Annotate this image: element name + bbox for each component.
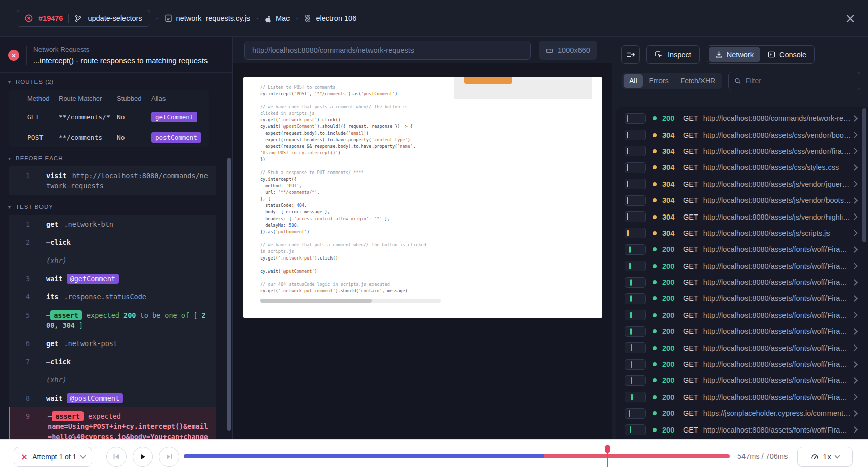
network-request-row[interactable]: 304GEThttp://localhost:8080/assets/js/sc…	[616, 225, 868, 241]
network-request-row[interactable]: 200GEThttps://jsonplaceholder.cypress.io…	[616, 405, 868, 421]
command-row[interactable]: 6get.network-post	[9, 334, 216, 353]
code-line: }, {	[260, 196, 270, 201]
network-request-row[interactable]: 200GEThttp://localhost:8080/assets/fonts…	[616, 389, 868, 405]
filter-tab-errors[interactable]: Errors	[644, 74, 674, 88]
main-area: × Network Requests ...intercept() - rout…	[0, 37, 868, 439]
routes-section-header[interactable]: ▾ ROUTES (2)	[0, 73, 232, 89]
url-address-bar[interactable]: http://localhost:8080/commands/network-r…	[244, 41, 531, 60]
request-status-code: 200	[662, 344, 679, 352]
chevron-down-icon: ▾	[8, 204, 11, 210]
code-line: url: '**/comments/*',	[260, 190, 320, 195]
suite-title: Network Requests	[33, 46, 208, 53]
request-list-scrollbar[interactable]	[862, 108, 866, 242]
timing-tick	[627, 132, 628, 138]
network-request-row[interactable]: 304GEThttp://localhost:8080/assets/css/v…	[616, 126, 868, 143]
close-icon[interactable]: ×	[845, 12, 856, 25]
network-request-row[interactable]: 200GEThttp://localhost:8080/commands/net…	[616, 110, 868, 126]
network-request-row[interactable]: 200GEThttp://localhost:8080/assets/fonts…	[616, 274, 868, 290]
network-request-row[interactable]: 200GEThttp://localhost:8080/assets/fonts…	[616, 356, 868, 372]
replay-timeline[interactable]	[184, 454, 730, 458]
spec-file-item[interactable]: network_requests.cy.js	[164, 14, 250, 22]
code-line: // our 404 statusCode logic in scripts.j…	[260, 282, 390, 287]
timing-tick	[630, 426, 631, 433]
collapse-panel-button[interactable]	[621, 45, 640, 64]
devtools-tab-group: Network Console	[707, 45, 815, 64]
before-each-section-header[interactable]: ▾ BEFORE EACH	[0, 149, 232, 165]
preview-horizontal-scrollbar[interactable]	[260, 299, 441, 303]
col-route-matcher: Route Matcher	[59, 95, 117, 102]
command-row[interactable]: 4its.response.statusCode	[9, 288, 216, 306]
request-timing-indicator	[625, 261, 646, 271]
command-content: –click	[46, 237, 210, 247]
command-row[interactable]: 8wait@postComment	[9, 389, 216, 407]
scrollbar-thumb[interactable]	[260, 299, 372, 303]
filter-tab-all[interactable]: All	[624, 74, 643, 88]
request-url: http://localhost:8080/assets/css/vendor/…	[703, 147, 852, 155]
network-request-row[interactable]: 200GEThttp://localhost:8080/assets/fonts…	[616, 372, 868, 389]
network-request-row[interactable]: 200GEThttp://localhost:8080/assets/fonts…	[616, 323, 868, 339]
network-request-row[interactable]: 304GEThttp://localhost:8080/assets/js/ve…	[616, 192, 868, 208]
assert-text-segment: name=Using+POST+in+cy.intercept()&email=…	[48, 422, 208, 439]
command-row[interactable]: 2–click	[9, 233, 216, 251]
status-dot-icon	[653, 198, 657, 202]
skip-back-button[interactable]	[106, 447, 127, 467]
attempt-selector[interactable]: × Attempt 1 of 1	[14, 447, 92, 467]
chevron-right-icon	[851, 148, 858, 155]
timing-tick	[630, 279, 632, 286]
alias-reference-badge: @getComment	[67, 274, 119, 284]
tab-network[interactable]: Network	[709, 47, 760, 62]
network-request-row[interactable]: 200GEThttp://localhost:8080/assets/fonts…	[616, 290, 868, 307]
request-url: http://localhost:8080/assets/css/styles.…	[703, 163, 852, 171]
post-comment-button[interactable]	[464, 77, 512, 84]
tab-console[interactable]: Console	[761, 47, 813, 62]
request-timing-indicator	[625, 228, 646, 238]
top-bar: #19476 update-selectors · network_reques…	[0, 0, 868, 37]
test-body-section-header[interactable]: ▾ TEST BODY	[0, 198, 232, 214]
command-row[interactable]: 7–click	[9, 353, 216, 371]
request-url: http://localhost:8080/assets/fonts/woff/…	[703, 360, 852, 368]
route-row[interactable]: POST**/commentsNopostComment1	[9, 127, 209, 147]
network-request-row[interactable]: 200GEThttp://localhost:8080/assets/fonts…	[616, 307, 868, 323]
route-row[interactable]: GET**/comments/*NogetComment1	[9, 107, 209, 127]
code-line: statusCode: 404,	[260, 203, 307, 208]
filter-tab-fetchxhr[interactable]: Fetch/XHR	[675, 74, 721, 88]
route-alias-cell: getComment	[151, 112, 209, 122]
network-request-row[interactable]: 304GEThttp://localhost:8080/assets/css/s…	[616, 159, 868, 176]
inspect-button[interactable]: Inspect	[646, 45, 700, 64]
network-request-row[interactable]: 304GEThttp://localhost:8080/assets/js/ve…	[616, 208, 868, 225]
status-dot-icon	[653, 215, 657, 219]
request-timing-indicator	[625, 211, 646, 222]
filter-search-box[interactable]	[728, 72, 860, 90]
network-request-row[interactable]: 200GEThttp://localhost:8080/assets/fonts…	[616, 421, 868, 438]
command-row[interactable]: 5–assertexpected 200 to be one of [ 200,…	[9, 306, 216, 334]
build-pill[interactable]: #19476 update-selectors	[17, 10, 150, 27]
chevron-down-icon	[834, 453, 840, 458]
route-stubbed: No	[117, 113, 151, 121]
command-row[interactable]: 9–assertexpectedname=Using+POST+in+cy.in…	[9, 407, 216, 439]
separator-dot: ·	[256, 13, 259, 24]
network-request-row[interactable]: 200GEThttp://localhost:8080/assets/fonts…	[616, 241, 868, 257]
filter-input[interactable]	[746, 77, 860, 85]
skip-forward-button[interactable]	[159, 447, 179, 467]
playhead-handle[interactable]	[605, 445, 610, 453]
code-line: // we have code that puts a comment when…	[260, 242, 426, 247]
request-timing-indicator	[625, 162, 646, 173]
request-timing-indicator	[625, 277, 646, 288]
command-row[interactable]: 1get.network-btn	[9, 215, 216, 233]
route-matcher: **/comments	[59, 134, 117, 141]
network-request-row[interactable]: 200GEThttp://localhost:8080/assets/fonts…	[616, 258, 868, 274]
app-under-test[interactable]: // Listen to POST to comments cy.interce…	[243, 77, 602, 318]
command-row[interactable]: 1 visithttp://localhost:8080/commands/ne…	[9, 166, 216, 195]
request-filter-tabs: AllErrorsFetch/XHR	[622, 73, 722, 89]
separator-dot: ·	[295, 13, 298, 24]
chevron-right-icon	[851, 344, 858, 351]
timing-tick	[630, 295, 632, 302]
network-request-row[interactable]: 304GEThttp://localhost:8080/assets/js/ve…	[616, 176, 868, 192]
play-button[interactable]	[133, 447, 153, 467]
command-row[interactable]: 3wait@getComment	[9, 270, 216, 288]
preview-code-block: // Listen to POST to comments cy.interce…	[260, 84, 596, 294]
network-request-row[interactable]: 304GEThttp://localhost:8080/assets/css/v…	[616, 143, 868, 159]
playback-speed-selector[interactable]: 1x	[797, 447, 853, 467]
network-request-row[interactable]: 200GEThttp://localhost:8080/assets/fonts…	[616, 339, 868, 356]
sidebar-scrollbar[interactable]	[227, 158, 231, 431]
